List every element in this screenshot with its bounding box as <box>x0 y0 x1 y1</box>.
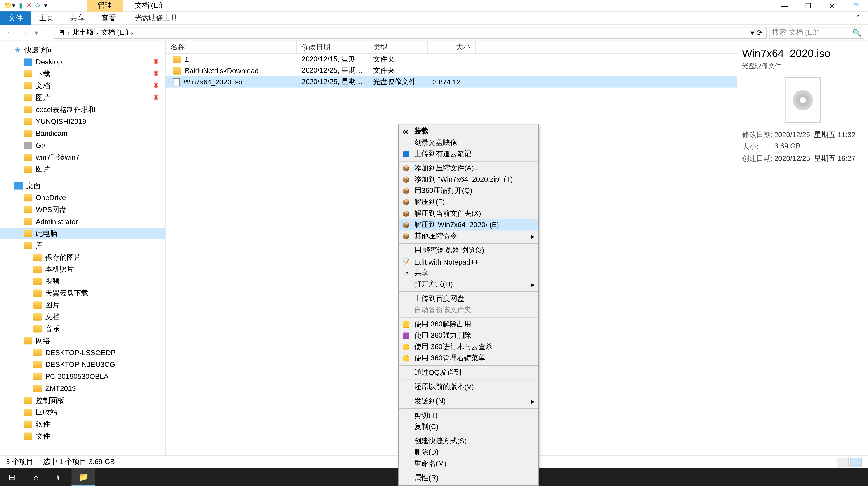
search-button[interactable]: ⌕ <box>24 468 48 486</box>
menu-item[interactable]: 删除(D) <box>399 447 538 458</box>
sidebar-item[interactable]: win7重装win7 <box>0 151 165 163</box>
menu-item[interactable]: 通过QQ发送到 <box>399 367 538 378</box>
history-icon[interactable]: 📁▾ <box>4 2 16 9</box>
sidebar-item[interactable]: OneDrive <box>0 192 165 204</box>
refresh-icon[interactable]: ⟳ <box>756 28 762 37</box>
menu-item[interactable]: 刻录光盘映像 <box>399 137 538 149</box>
menu-item[interactable]: 📦解压到(F)... <box>399 197 538 208</box>
menu-item[interactable]: 复制(C) <box>399 421 538 432</box>
refresh-icon[interactable]: ⟳ <box>35 2 41 9</box>
menu-item[interactable]: 📦其他压缩命令▶ <box>399 231 538 242</box>
sidebar-item[interactable]: DESKTOP-NJEU3CG <box>0 359 165 370</box>
col-size[interactable]: 大小 <box>428 40 475 53</box>
menu-item[interactable]: 🟡使用 360管理右键菜单 <box>399 353 538 364</box>
menu-item[interactable]: ·上传到百度网盘 <box>399 293 538 304</box>
dropdown-history-icon[interactable]: ▾ <box>32 28 40 37</box>
file-row[interactable]: 12020/12/15, 星期二 1…文件夹 <box>166 54 737 65</box>
up-button[interactable]: ↑ <box>43 28 51 37</box>
back-button[interactable]: ← <box>4 28 16 37</box>
taskview-button[interactable]: ⧉ <box>48 468 71 486</box>
sidebar-desktop-root[interactable]: 桌面 <box>0 180 165 192</box>
sidebar-item[interactable]: 回收站 <box>0 406 165 418</box>
context-tab[interactable]: 管理 <box>87 0 123 12</box>
sidebar-item[interactable]: 图片 <box>0 299 165 311</box>
sidebar-item[interactable]: 本机照片 <box>0 263 165 275</box>
menu-item[interactable]: 🟪使用 360强力删除 <box>399 330 538 341</box>
menu-item[interactable]: 🟨使用 360解除占用 <box>399 319 538 330</box>
dropdown-icon[interactable]: ▾ <box>44 2 48 9</box>
sidebar-item[interactable]: 天翼云盘下载 <box>0 287 165 299</box>
breadcrumb[interactable]: 此电脑 <box>72 27 94 37</box>
address-path[interactable]: 🖥 › 此电脑 › 文档 (E:) › ▾ ⟳ <box>54 26 767 38</box>
sidebar-quick-access[interactable]: ★快速访问 <box>0 44 165 56</box>
menu-item[interactable]: ·用 蜂蜜浏览器 浏览(3) <box>399 245 538 256</box>
sidebar-item[interactable]: Desktop📌 <box>0 56 165 68</box>
file-row[interactable]: Win7x64_2020.iso2020/12/25, 星期五 1…光盘映像文件… <box>166 76 737 88</box>
sidebar-item[interactable]: 音乐 <box>0 323 165 335</box>
sidebar-item[interactable]: 库 <box>0 239 165 252</box>
tab-file[interactable]: 文件 <box>0 11 31 25</box>
help-icon[interactable]: ? <box>844 2 868 10</box>
sidebar-item[interactable]: 下载📌 <box>0 68 165 80</box>
col-type[interactable]: 类型 <box>368 40 428 53</box>
file-row[interactable]: BaiduNetdiskDownload2020/12/25, 星期五 1…文件… <box>166 65 737 76</box>
sidebar-item[interactable]: 网络 <box>0 335 165 347</box>
menu-item[interactable]: 打开方式(H)▶ <box>399 279 538 290</box>
sidebar-item[interactable]: 控制面板 <box>0 394 165 406</box>
menu-item[interactable]: 📦用360压缩打开(Q) <box>399 185 538 197</box>
breadcrumb[interactable]: 文档 (E:) <box>101 27 129 37</box>
menu-item[interactable]: 🟦上传到有道云笔记 <box>399 149 538 160</box>
sidebar-item[interactable]: Administrator <box>0 216 165 228</box>
forward-button[interactable]: → <box>18 28 30 37</box>
close-button[interactable]: ✕ <box>820 2 844 10</box>
sidebar-item[interactable]: G:\ <box>0 139 165 151</box>
menu-item[interactable]: ↗共享 <box>399 267 538 279</box>
sidebar-item[interactable]: DESKTOP-LSSOEDP <box>0 347 165 359</box>
menu-item[interactable]: 属性(R) <box>399 473 538 484</box>
sidebar-item[interactable]: 文档📌 <box>0 80 165 92</box>
sidebar-item[interactable]: 保存的图片 <box>0 252 165 263</box>
menu-item[interactable]: 📦解压到当前文件夹(X) <box>399 208 538 219</box>
view-icons-button[interactable] <box>850 457 862 467</box>
sidebar-item[interactable]: excel表格制作求和 <box>0 104 165 116</box>
tab-share[interactable]: 共享 <box>62 11 93 25</box>
dropdown-icon[interactable]: ▾ <box>750 28 754 37</box>
sidebar-item[interactable]: 图片 <box>0 163 165 175</box>
sidebar-item[interactable]: 此电脑 <box>0 228 165 239</box>
sidebar-item[interactable]: 软件 <box>0 418 165 430</box>
sidebar-item[interactable]: 视频 <box>0 275 165 287</box>
sidebar-item[interactable]: PC-20190530OBLA <box>0 370 165 383</box>
checkmark-icon[interactable]: ▮ <box>19 2 23 9</box>
sidebar-item[interactable]: 文档 <box>0 311 165 323</box>
menu-item[interactable]: 🟡使用 360进行木马云查杀 <box>399 341 538 353</box>
tab-context-tools[interactable]: 光盘映像工具 <box>126 11 186 25</box>
col-name[interactable]: 名称 <box>166 40 297 53</box>
sidebar-item[interactable]: 文件 <box>0 430 165 442</box>
search-input[interactable]: 搜索"文档 (E:)" 🔍 <box>769 26 864 38</box>
sidebar-item[interactable]: ZMT2019 <box>0 383 165 394</box>
ribbon-expand-icon[interactable]: ˅ <box>848 12 868 24</box>
minimize-button[interactable]: — <box>773 2 796 10</box>
menu-item[interactable]: 重命名(M) <box>399 458 538 469</box>
maximize-button[interactable]: ☐ <box>796 2 820 10</box>
menu-item[interactable]: 还原以前的版本(V) <box>399 381 538 393</box>
menu-item[interactable]: 发送到(N)▶ <box>399 396 538 407</box>
delete-icon[interactable]: ✕ <box>26 2 32 9</box>
menu-item[interactable]: ◎装载 <box>399 126 538 137</box>
col-date[interactable]: 修改日期 <box>297 40 368 53</box>
explorer-taskbar-button[interactable]: 📁 <box>71 468 95 486</box>
start-button[interactable]: ⊞ <box>0 468 24 486</box>
sidebar-item[interactable]: YUNQISHI2019 <box>0 116 165 128</box>
view-details-button[interactable] <box>837 457 849 467</box>
menu-item[interactable]: 📦添加到 "Win7x64_2020.zip" (T) <box>399 174 538 185</box>
tab-view[interactable]: 查看 <box>93 11 124 25</box>
menu-item[interactable]: 剪切(T) <box>399 410 538 421</box>
menu-item[interactable]: 📦添加到压缩文件(A)... <box>399 163 538 174</box>
sidebar-item[interactable]: 图片📌 <box>0 92 165 104</box>
sidebar-item[interactable]: WPS网盘 <box>0 204 165 216</box>
tab-home[interactable]: 主页 <box>31 11 62 25</box>
menu-item[interactable]: 创建快捷方式(S) <box>399 435 538 447</box>
menu-item[interactable]: 📝Edit with Notepad++ <box>399 256 538 267</box>
menu-item[interactable]: 📦解压到 Win7x64_2020\ (E) <box>399 219 538 230</box>
sidebar-item[interactable]: Bandicam <box>0 127 165 139</box>
